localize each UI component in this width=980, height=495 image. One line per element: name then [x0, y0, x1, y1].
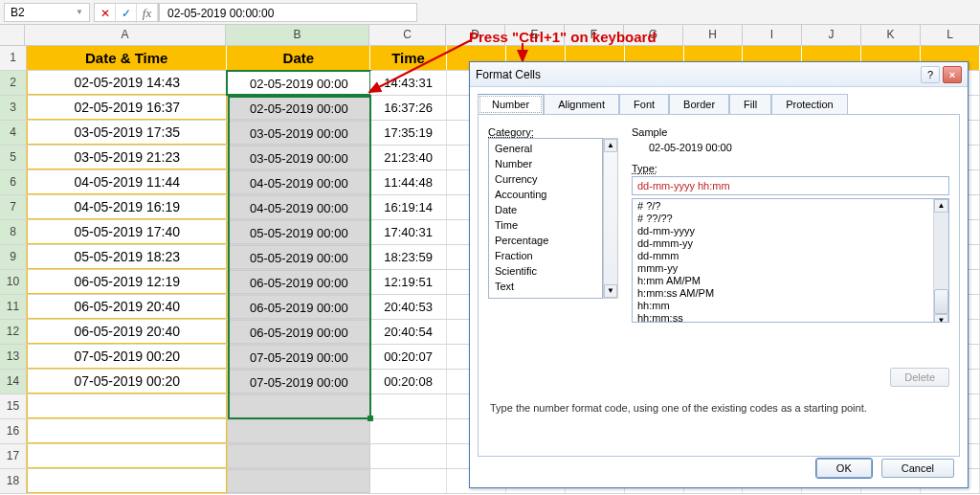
data-cell[interactable]	[27, 419, 228, 443]
data-cell[interactable]: 07-05-2019 00:00	[227, 345, 370, 369]
data-cell[interactable]: 04-05-2019 00:00	[227, 170, 370, 194]
data-cell[interactable]: 20:40:54	[370, 320, 447, 344]
row-header[interactable]: 9	[0, 245, 27, 269]
category-item[interactable]: Percentage	[489, 233, 602, 248]
format-item[interactable]: h:mm AM/PM	[633, 275, 948, 287]
delete-button[interactable]: Delete	[890, 368, 949, 387]
select-all-corner[interactable]	[0, 25, 25, 45]
data-cell[interactable]: 03-05-2019 00:00	[227, 121, 370, 145]
data-cell[interactable]	[227, 444, 370, 468]
format-item[interactable]: dd-mmm	[633, 250, 948, 262]
scrollbar-thumb[interactable]	[934, 289, 948, 314]
data-cell[interactable]	[227, 394, 370, 418]
data-cell[interactable]	[370, 419, 447, 443]
category-item[interactable]: Fraction	[489, 248, 602, 263]
format-item[interactable]: # ??/??	[633, 213, 948, 225]
format-list[interactable]: # ?/?# ??/??dd-mm-yyyydd-mmm-yydd-mmmmmm…	[632, 198, 949, 323]
format-item[interactable]: dd-mmm-yy	[633, 237, 948, 250]
category-item[interactable]: Date	[489, 202, 602, 217]
row-header[interactable]: 11	[0, 295, 27, 319]
data-cell[interactable]: 21:23:40	[370, 146, 447, 169]
data-cell[interactable]	[227, 469, 370, 493]
row-header[interactable]: 1	[0, 46, 27, 70]
row-header[interactable]: 18	[0, 469, 27, 493]
row-header[interactable]: 14	[0, 370, 27, 394]
accept-formula-icon[interactable]: ✓	[116, 4, 137, 23]
data-cell[interactable]: 03-05-2019 00:00	[227, 146, 370, 169]
category-item[interactable]: Number	[489, 156, 602, 171]
data-cell[interactable]: 07-05-2019 00:00	[227, 370, 370, 394]
data-cell[interactable]: 12:19:51	[370, 270, 447, 294]
category-item[interactable]: Accounting	[489, 187, 602, 202]
scroll-down-icon[interactable]: ▼	[934, 314, 948, 323]
column-header-J[interactable]: J	[802, 25, 861, 45]
row-header[interactable]: 12	[0, 320, 27, 344]
category-item[interactable]: Scientific	[489, 263, 602, 279]
data-cell[interactable]: 00:20:08	[370, 370, 447, 394]
header-cell[interactable]: Time	[370, 46, 447, 70]
data-cell[interactable]: 06-05-2019 12:19	[27, 270, 228, 294]
column-header-B[interactable]: B	[226, 25, 369, 45]
tab-number[interactable]: Number	[478, 94, 544, 115]
type-input[interactable]	[632, 176, 949, 195]
category-item[interactable]: General	[489, 141, 602, 156]
name-box[interactable]: B2 ▼	[4, 3, 90, 22]
fill-handle[interactable]	[368, 416, 373, 421]
row-header[interactable]: 15	[0, 394, 27, 418]
column-header-L[interactable]: L	[921, 25, 980, 45]
tab-font[interactable]: Font	[619, 94, 669, 115]
format-item[interactable]: hh:mm:ss	[633, 312, 948, 323]
data-cell[interactable]: 05-05-2019 00:00	[227, 245, 370, 269]
data-cell[interactable]: 03-05-2019 21:23	[27, 146, 228, 169]
cancel-button[interactable]: Cancel	[881, 459, 954, 478]
cancel-formula-icon[interactable]: ✕	[95, 4, 116, 23]
formula-input[interactable]: 02-05-2019 00:00:00	[159, 3, 417, 22]
help-button[interactable]: ?	[921, 66, 940, 83]
row-header[interactable]: 17	[0, 444, 27, 468]
row-header[interactable]: 16	[0, 419, 27, 443]
category-item[interactable]: Currency	[489, 171, 602, 187]
dialog-titlebar[interactable]: Format Cells ? ×	[470, 62, 968, 87]
data-cell[interactable]: 05-05-2019 18:23	[27, 245, 228, 269]
row-header[interactable]: 10	[0, 270, 27, 294]
tab-protection[interactable]: Protection	[771, 94, 848, 115]
data-cell[interactable]: 02-05-2019 00:00	[227, 71, 370, 95]
format-item[interactable]: dd-mm-yyyy	[633, 225, 948, 237]
ok-button[interactable]: OK	[816, 459, 872, 478]
data-cell[interactable]: 14:43:31	[370, 71, 447, 95]
column-header-A[interactable]: A	[25, 25, 226, 45]
data-cell[interactable]: 06-05-2019 20:40	[27, 320, 228, 344]
column-header-C[interactable]: C	[369, 25, 446, 45]
column-header-H[interactable]: H	[683, 25, 743, 45]
tab-border[interactable]: Border	[669, 94, 729, 115]
data-cell[interactable]: 06-05-2019 00:00	[227, 295, 370, 319]
row-header[interactable]: 8	[0, 220, 27, 244]
format-item[interactable]: mmm-yy	[633, 262, 948, 275]
data-cell[interactable]	[370, 444, 447, 468]
data-cell[interactable]: 07-05-2019 00:20	[27, 345, 228, 369]
data-cell[interactable]: 05-05-2019 00:00	[227, 220, 370, 244]
column-header-I[interactable]: I	[743, 25, 802, 45]
data-cell[interactable]	[27, 444, 228, 468]
row-header[interactable]: 2	[0, 71, 27, 95]
data-cell[interactable]	[227, 419, 370, 443]
category-scrollbar[interactable]: ▲ ▼	[603, 138, 618, 299]
data-cell[interactable]: 04-05-2019 16:19	[27, 195, 228, 219]
fx-icon[interactable]: fx	[137, 4, 158, 23]
data-cell[interactable]	[27, 394, 228, 418]
data-cell[interactable]: 20:40:53	[370, 295, 447, 319]
data-cell[interactable]: 16:37:26	[370, 96, 447, 120]
category-item[interactable]: Time	[489, 217, 602, 233]
row-header[interactable]: 4	[0, 121, 27, 145]
data-cell[interactable]: 02-05-2019 16:37	[27, 96, 228, 120]
data-cell[interactable]: 02-05-2019 14:43	[27, 71, 228, 95]
row-header[interactable]: 13	[0, 345, 27, 369]
format-scrollbar[interactable]: ▲ ▼	[933, 199, 948, 322]
scroll-up-icon[interactable]: ▲	[604, 139, 617, 152]
close-button[interactable]: ×	[943, 66, 962, 83]
category-list[interactable]: GeneralNumberCurrencyAccountingDateTimeP…	[488, 138, 603, 299]
header-cell[interactable]: Date & Time	[27, 46, 228, 70]
data-cell[interactable]	[370, 469, 447, 493]
category-item[interactable]: Text	[489, 279, 602, 294]
data-cell[interactable]: 04-05-2019 11:44	[27, 170, 228, 194]
